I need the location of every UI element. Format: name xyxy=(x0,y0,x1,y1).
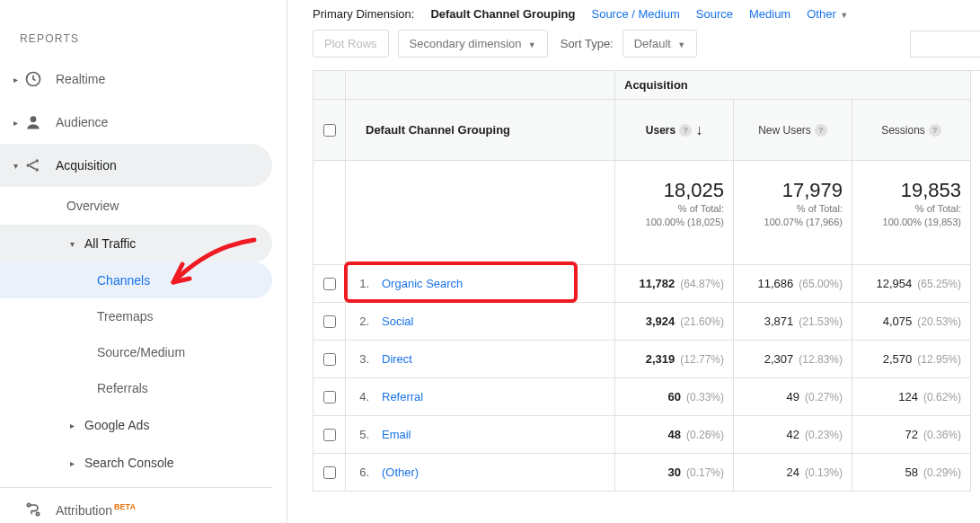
dimension-link-medium[interactable]: Medium xyxy=(749,7,790,21)
row-check[interactable] xyxy=(313,303,346,341)
chevron-down-icon: ▼ xyxy=(677,40,685,49)
row-name-cell: 3. Direct xyxy=(346,341,615,378)
main: Primary Dimension: Default Channel Group… xyxy=(287,0,980,523)
row-check[interactable] xyxy=(313,378,346,416)
row-new-users: 11,686(65.00%) xyxy=(734,265,852,303)
dimension-active[interactable]: Default Channel Grouping xyxy=(430,7,575,21)
caret-down-icon: ▾ xyxy=(70,239,75,249)
help-icon[interactable]: ? xyxy=(929,124,941,137)
row-check[interactable] xyxy=(313,265,346,303)
sub-search-console[interactable]: ▸ Search Console xyxy=(0,444,272,482)
row-users: 48(0.26%) xyxy=(615,416,734,454)
subsub-treemaps[interactable]: Treemaps xyxy=(0,298,272,334)
row-checkbox[interactable] xyxy=(323,466,336,479)
subsub-channels[interactable]: Channels xyxy=(0,262,272,298)
dimension-label: Primary Dimension: xyxy=(313,7,414,21)
subsub-label: Channels xyxy=(97,273,150,288)
totals-row: 18,025 % of Total: 100.00% (18,025) 17,9… xyxy=(313,161,980,265)
sort-down-icon: ↓ xyxy=(695,122,702,138)
search-input[interactable] xyxy=(910,31,980,58)
row-check[interactable] xyxy=(313,416,346,454)
row-checkbox[interactable] xyxy=(323,391,336,403)
subsub-referrals[interactable]: Referrals xyxy=(0,370,272,406)
nav-attribution[interactable]: AttributionBETA xyxy=(0,488,272,523)
subsub-label: Source/Medium xyxy=(97,345,185,359)
row-name-cell: 1. Organic Search xyxy=(346,265,615,303)
dimension-link-source[interactable]: Source xyxy=(696,7,733,21)
row-checkbox[interactable] xyxy=(323,429,336,441)
chevron-down-icon: ▼ xyxy=(528,40,536,49)
th-users[interactable]: Users ? ↓ xyxy=(615,100,734,161)
row-link[interactable]: Social xyxy=(382,315,413,328)
nav-label: AttributionBETA xyxy=(56,502,136,518)
row-sessions: 2,570(12.95%) xyxy=(852,341,971,378)
sub-google-ads[interactable]: ▸ Google Ads xyxy=(0,406,272,444)
row-name-cell: 6. (Other) xyxy=(346,454,615,492)
sub-label: Overview xyxy=(66,199,119,213)
row-checkbox[interactable] xyxy=(323,278,336,290)
row-check[interactable] xyxy=(313,341,346,378)
sub-overview[interactable]: Overview xyxy=(0,187,272,225)
data-table: Acquisition Default Channel Grouping Use… xyxy=(313,70,980,492)
subsub-source-medium[interactable]: Source/Medium xyxy=(0,334,272,370)
table-row: 4. Referral 60(0.33%) 49(0.27%) 124(0.62… xyxy=(313,378,980,416)
row-number: 6. xyxy=(355,465,369,479)
row-users: 60(0.33%) xyxy=(615,378,734,416)
th-new-users[interactable]: New Users ? xyxy=(734,100,852,161)
controls-bar: Plot Rows Secondary dimension ▼ Sort Typ… xyxy=(313,30,980,58)
subsub-label: Referrals xyxy=(97,381,148,395)
caret-icon: ▸ xyxy=(11,75,20,84)
th-check xyxy=(313,71,346,100)
sub-all-traffic[interactable]: ▾ All Traffic xyxy=(0,225,272,262)
row-link[interactable]: Referral xyxy=(382,390,423,403)
chevron-down-icon: ▼ xyxy=(838,11,848,20)
nav-audience[interactable]: ▸ Audience xyxy=(0,101,272,144)
help-icon[interactable]: ? xyxy=(679,124,692,137)
svg-point-2 xyxy=(27,164,30,166)
row-link[interactable]: (Other) xyxy=(382,465,419,479)
totals-sessions: 19,853 % of Total: 100.00% (19,853) xyxy=(852,161,971,265)
row-checkbox[interactable] xyxy=(323,353,336,366)
th-check-all[interactable] xyxy=(313,100,346,161)
sub-group-label: Google Ads xyxy=(84,418,149,432)
secondary-dimension-button[interactable]: Secondary dimension ▼ xyxy=(398,30,548,58)
svg-point-1 xyxy=(31,116,37,122)
caret-icon: ▸ xyxy=(70,458,75,468)
row-check[interactable] xyxy=(313,454,346,492)
checkbox-all[interactable] xyxy=(323,124,336,137)
row-new-users: 42(0.23%) xyxy=(734,416,852,454)
row-link[interactable]: Direct xyxy=(382,352,412,366)
row-number: 2. xyxy=(355,315,369,328)
sub-group-label: Search Console xyxy=(84,456,174,470)
sidebar: REPORTS ▸ Realtime ▸ Audience ▾ Acquisit… xyxy=(0,0,287,523)
table-row: 2. Social 3,924(21.60%) 3,871(21.53%) 4,… xyxy=(313,303,980,341)
row-number: 4. xyxy=(355,390,369,403)
dimension-link-source-medium[interactable]: Source / Medium xyxy=(591,7,679,21)
svg-point-4 xyxy=(36,168,39,171)
plot-rows-button[interactable]: Plot Rows xyxy=(313,30,389,58)
subsub-label: Treemaps xyxy=(97,309,154,324)
row-link[interactable]: Email xyxy=(382,428,411,441)
row-sessions: 12,954(65.25%) xyxy=(852,265,971,303)
row-sessions: 58(0.29%) xyxy=(852,454,971,492)
row-checkbox[interactable] xyxy=(323,315,336,328)
nav-realtime[interactable]: ▸ Realtime xyxy=(0,58,272,101)
sort-type-label: Sort Type: xyxy=(561,37,614,50)
row-new-users: 3,871(21.53%) xyxy=(734,303,852,341)
caret-icon: ▸ xyxy=(70,421,75,430)
row-name-cell: 5. Email xyxy=(346,416,615,454)
row-number: 3. xyxy=(355,352,369,366)
sort-type-button[interactable]: Default ▼ xyxy=(622,30,697,58)
totals-check xyxy=(313,161,346,265)
clock-icon xyxy=(23,69,43,89)
nav-acquisition[interactable]: ▾ Acquisition xyxy=(0,144,272,187)
help-icon[interactable]: ? xyxy=(815,124,827,137)
dimension-link-other[interactable]: Other ▼ xyxy=(807,7,848,21)
reports-heading: REPORTS xyxy=(0,16,287,58)
caret-icon: ▸ xyxy=(11,118,20,128)
row-users: 2,319(12.77%) xyxy=(615,341,734,378)
row-link[interactable]: Organic Search xyxy=(382,277,463,290)
th-default-channel-grouping[interactable]: Default Channel Grouping xyxy=(346,100,615,161)
row-sessions: 4,075(20.53%) xyxy=(852,303,971,341)
th-sessions[interactable]: Sessions ? xyxy=(852,100,971,161)
